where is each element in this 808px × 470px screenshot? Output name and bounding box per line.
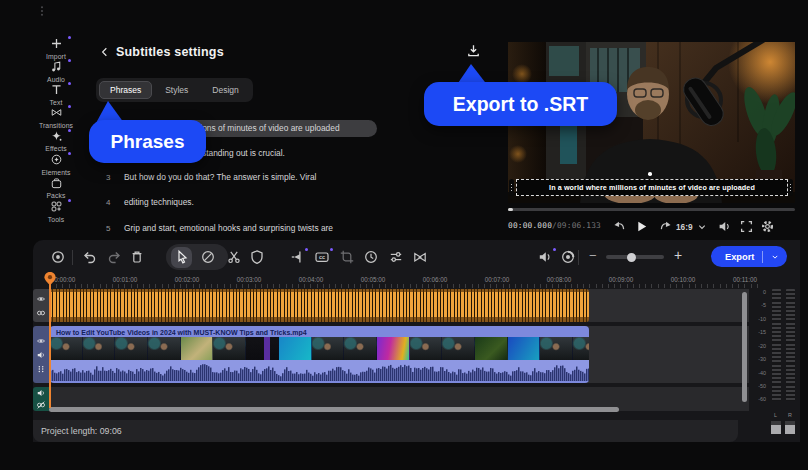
tab-phrases[interactable]: Phrases [99, 81, 152, 99]
meter-db-label: -10 [752, 316, 766, 322]
ruler-label: 00:02:00 [169, 276, 205, 283]
more-kebab-icon[interactable] [36, 5, 48, 17]
sidebar-item-import[interactable]: Import [32, 37, 80, 60]
caption-left-handle[interactable] [509, 179, 514, 196]
elements-star-icon [32, 153, 80, 167]
meter-db-label: -15 [752, 329, 766, 335]
sidebar-item-tools[interactable]: Tools [32, 200, 80, 223]
jump-back-icon[interactable] [612, 219, 627, 234]
horizontal-scrollbar[interactable] [49, 407, 619, 412]
preview-seekbar[interactable] [508, 208, 795, 211]
zoom-slider-handle[interactable] [627, 253, 636, 262]
vertical-scrollbar[interactable] [742, 292, 747, 402]
export-chevron-down-icon[interactable] [763, 252, 787, 262]
sidebar-item-label: Text [32, 99, 80, 106]
export-srt-icon[interactable] [466, 43, 481, 58]
select-cursor-icon[interactable] [174, 249, 190, 265]
fullscreen-icon[interactable] [739, 219, 754, 234]
crossfade-transition-icon[interactable] [412, 249, 428, 265]
sidebar-item-label: Packs [32, 192, 80, 199]
meter-db-label: -5 [752, 302, 766, 308]
caption-right-handle[interactable] [788, 179, 793, 196]
sidebar-item-audio[interactable]: Audio [32, 60, 80, 83]
playhead-pin[interactable] [43, 271, 57, 286]
aspect-chevron-down-icon[interactable] [696, 221, 708, 233]
sidebar-item-effects[interactable]: Effects [32, 130, 80, 153]
filmstrip [50, 337, 589, 360]
text-t-icon [32, 83, 80, 97]
export-button-label: Export [711, 252, 762, 262]
audio-track-header[interactable] [33, 387, 49, 411]
tab-styles[interactable]: Styles [154, 81, 199, 99]
ruler-label: 00:03:00 [231, 276, 267, 283]
aspect-ratio-select[interactable]: 16:9 [676, 222, 693, 232]
row-number: 4 [106, 198, 116, 207]
ruler-label: 00:06:00 [417, 276, 453, 283]
marker-icon[interactable] [289, 249, 305, 265]
track-visibility-eye-icon[interactable] [36, 294, 46, 304]
caption-text: In a world where millions of minutes of … [549, 183, 755, 192]
ruler-label: 00:01:00 [107, 276, 143, 283]
track-link-off-icon[interactable] [36, 400, 46, 410]
ruler-label: 00:07:00 [479, 276, 515, 283]
properties-sliders-icon[interactable] [388, 249, 404, 265]
import-plus-icon [32, 37, 80, 51]
jump-forward-icon[interactable] [658, 219, 673, 234]
track-sound-icon[interactable] [36, 388, 46, 398]
track-sound-icon[interactable] [36, 350, 46, 360]
sidebar-item-elements[interactable]: Elements [32, 153, 80, 176]
audio-properties-icon[interactable] [537, 249, 553, 265]
row-number: 3 [106, 173, 116, 182]
video-clip-title: How to Edit YouTube Videos in 2024 with … [50, 326, 589, 336]
caption-rotate-handle[interactable] [648, 172, 652, 176]
ruler-label: 00:04:00 [293, 276, 329, 283]
subtitle-row-5[interactable]: 5 Grip and start, emotional hooks and su… [100, 220, 478, 237]
crop-icon[interactable] [339, 249, 355, 265]
tab-design[interactable]: Design [201, 81, 249, 99]
video-track-header[interactable] [33, 326, 49, 383]
zoom-out-minus[interactable]: − [589, 249, 597, 262]
meter-db-label: -40 [752, 370, 766, 376]
cut-scissors-icon[interactable] [226, 249, 242, 265]
sidebar-item-label: Transitions [32, 122, 80, 129]
track-visibility-eye-icon[interactable] [36, 336, 46, 346]
subtitle-clips[interactable] [50, 289, 589, 322]
back-chevron-icon[interactable] [99, 46, 111, 58]
export-button[interactable]: Export [711, 246, 787, 267]
playhead-line[interactable] [49, 283, 51, 408]
subtitle-track-header[interactable] [33, 289, 49, 322]
audio-meter-left [772, 289, 781, 401]
subtitle-row-3[interactable]: 3 But how do you do that? The answer is … [100, 169, 478, 186]
sidebar-item-packs[interactable]: Packs [32, 177, 80, 200]
duration-clock-icon[interactable] [363, 249, 379, 265]
sidebar-item-text[interactable]: Text [32, 83, 80, 106]
preview-settings-gear-icon[interactable] [760, 219, 775, 234]
sidebar-item-label: Tools [32, 216, 80, 223]
delete-trash-icon[interactable] [129, 249, 145, 265]
mask-shield-icon[interactable] [249, 249, 265, 265]
video-clip[interactable]: How to Edit YouTube Videos in 2024 with … [50, 326, 589, 383]
export-srt-callout-text: Export to .SRT [453, 93, 588, 116]
sidebar-item-label: Audio [32, 76, 80, 83]
play-button[interactable] [634, 219, 649, 234]
track-apps-grid-icon[interactable] [36, 364, 46, 374]
subtitle-row-4[interactable]: 4 editing techniques. [100, 194, 478, 211]
chroma-key-icon[interactable] [560, 249, 576, 265]
meter-db-label: -20 [752, 343, 766, 349]
sidebar-item-transitions[interactable]: Transitions [32, 106, 80, 129]
record-icon[interactable] [50, 249, 66, 265]
zoom-in-plus[interactable]: + [674, 248, 682, 262]
caption-box[interactable]: In a world where millions of minutes of … [516, 179, 788, 196]
tools-grid-icon [32, 200, 80, 214]
new-badge [68, 129, 71, 132]
undo-icon[interactable] [82, 249, 98, 265]
preview-volume-icon[interactable] [717, 219, 732, 234]
captions-cc-icon[interactable] [314, 249, 330, 265]
ruler-label: 00:08:00 [541, 276, 577, 283]
track-link-chain-icon[interactable] [36, 308, 46, 318]
meter-channel-label: R [788, 412, 792, 418]
project-length-status: Project length: 09:06 [41, 426, 122, 436]
link-slash-icon[interactable] [200, 249, 216, 265]
packs-case-icon [32, 177, 80, 191]
redo-icon[interactable] [106, 249, 122, 265]
